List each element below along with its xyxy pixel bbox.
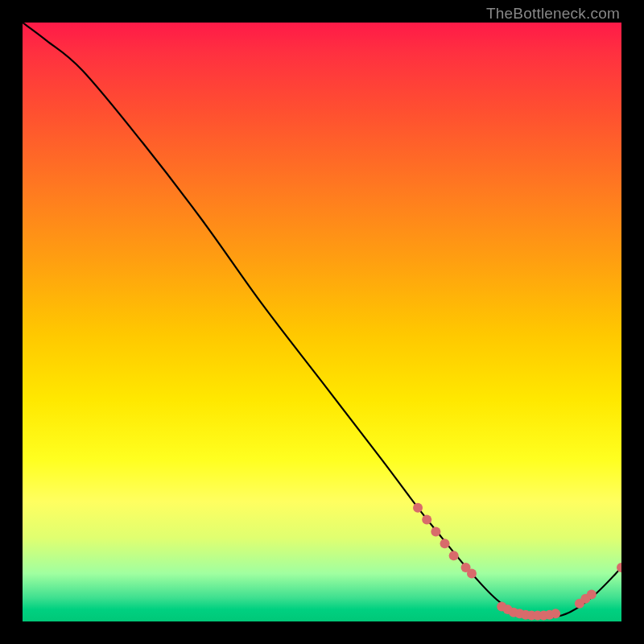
chart-data-point [422,515,431,525]
chart-data-point [431,526,440,536]
watermark-text: TheBottleneck.com [486,5,620,23]
chart-svg [23,23,621,621]
chart-plot-area [23,23,621,621]
chart-data-point [449,551,459,560]
chart-data-points [413,503,621,621]
chart-data-point [551,609,560,618]
chart-data-point [467,568,477,578]
chart-curve [23,23,621,617]
chart-data-point [413,503,423,513]
chart-data-point [440,539,450,548]
chart-data-point [587,590,597,600]
